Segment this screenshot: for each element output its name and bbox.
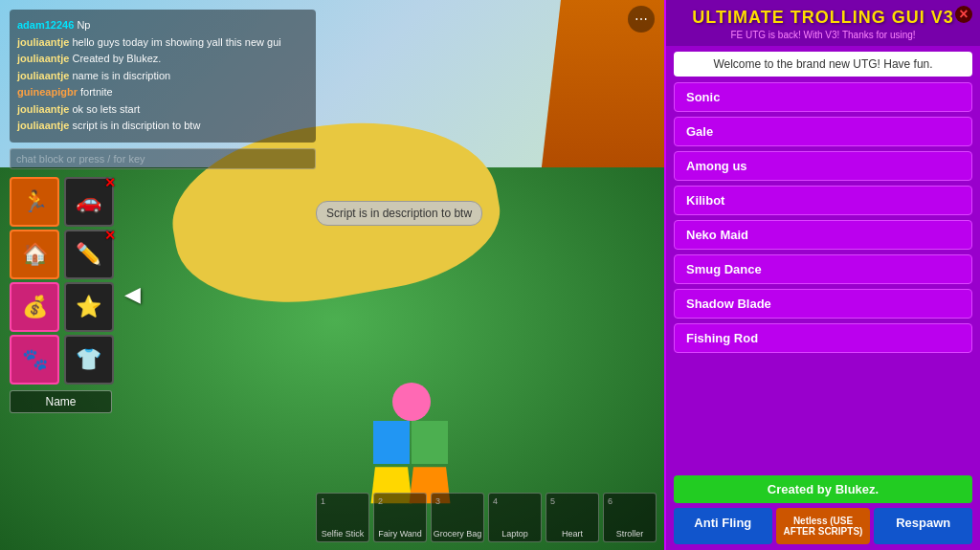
toolbar-btn-paw[interactable]: 🐾 xyxy=(10,335,59,385)
utg-item-neko-maid[interactable]: Neko Maid xyxy=(674,220,972,250)
chat-input-bar[interactable]: chat block or press / for key xyxy=(10,148,316,169)
chat-line: jouliaantje hello guys today im showing … xyxy=(17,34,308,51)
utg-item-fishing-rod[interactable]: Fishing Rod xyxy=(674,323,972,353)
netless-label: Netless (USE AFTER SCRIPTS) xyxy=(784,516,863,537)
chat-input-placeholder: chat block or press / for key xyxy=(16,153,145,165)
chat-username: jouliaantje xyxy=(17,53,69,64)
x-badge: ✕ xyxy=(104,228,116,243)
utg-welcome-text: Welcome to the brand new UTG! Have fun. xyxy=(674,52,972,77)
char-head xyxy=(392,383,431,421)
toolbar-btn-money[interactable]: 💰 xyxy=(10,282,59,332)
car-icon: 🚗 xyxy=(76,189,101,214)
options-icon: ⋯ xyxy=(635,11,648,27)
name-label: Name xyxy=(45,395,76,408)
hotbar-slot-1[interactable]: 1 Selfie Stick xyxy=(316,493,369,542)
respawn-label: Respawn xyxy=(896,516,950,530)
slot-label: Laptop xyxy=(501,529,528,539)
slot-number: 3 xyxy=(435,496,440,506)
name-box[interactable]: Name xyxy=(10,390,112,413)
hotbar-slot-5[interactable]: 5 Heart xyxy=(546,493,599,542)
close-icon: × xyxy=(959,6,968,23)
slot-number: 5 xyxy=(550,496,555,506)
slot-number: 2 xyxy=(378,496,383,506)
anti-fling-label: Anti Fling xyxy=(694,516,751,530)
toolbar-btn-home[interactable]: 🏠 xyxy=(10,230,59,279)
x-badge: ✕ xyxy=(104,175,116,190)
options-button[interactable]: ⋯ xyxy=(628,6,655,33)
anti-fling-button[interactable]: Anti Fling xyxy=(674,508,772,544)
utg-panel: × ULTIMATE TROLLING GUI V3 FE UTG is bac… xyxy=(664,0,980,550)
hotbar-slot-3[interactable]: 3 Grocery Bag xyxy=(431,493,484,542)
utg-item-shadow-blade[interactable]: Shadow Blade xyxy=(674,289,972,319)
utg-item-kilibot[interactable]: Kilibot xyxy=(674,186,972,215)
utg-item-smug-dance[interactable]: Smug Dance xyxy=(674,254,972,284)
run-icon: 🏃 xyxy=(22,189,48,214)
utg-item-sonic[interactable]: Sonic xyxy=(674,82,972,112)
arrow-indicator: ◀ xyxy=(124,282,141,307)
utg-bottom-buttons: Anti Fling Netless (USE AFTER SCRIPTS) R… xyxy=(674,508,972,544)
slot-number: 4 xyxy=(493,496,498,506)
respawn-button[interactable]: Respawn xyxy=(874,508,972,544)
chat-username: jouliaantje xyxy=(17,120,69,131)
hotbar: 1 Selfie Stick 2 Fairy Wand 3 Grocery Ba… xyxy=(316,493,660,542)
hotbar-slot-6[interactable]: 6 Stroller xyxy=(603,493,657,542)
star-icon: ⭐ xyxy=(76,295,101,319)
chat-line: jouliaantje script is in discription to … xyxy=(17,118,308,134)
chat-username: jouliaantje xyxy=(17,103,69,115)
netless-button[interactable]: Netless (USE AFTER SCRIPTS) xyxy=(776,508,871,544)
char-body-left xyxy=(373,421,410,464)
utg-footer: Created by Blukez. Anti Fling Netless (U… xyxy=(666,475,980,550)
hotbar-slot-4[interactable]: 4 Laptop xyxy=(488,493,542,542)
toolbar-btn-run[interactable]: 🏃 xyxy=(10,177,59,227)
slot-number: 1 xyxy=(321,496,325,506)
home-icon: 🏠 xyxy=(22,242,48,267)
chat-username: adam12246 xyxy=(17,19,74,31)
toolbar-grid: 🏃 🚗 ✕ 🏠 ✏️ ✕ 💰 ⭐ 🐾 👕 xyxy=(10,177,115,385)
utg-subtitle: FE UTG is back! With V3! Thanks for usin… xyxy=(676,30,970,40)
chat-log: adam12246 Np jouliaantje hello guys toda… xyxy=(10,10,316,143)
chat-line: guineapigbr fortnite xyxy=(17,84,308,100)
slot-label: Fairy Wand xyxy=(378,529,422,539)
chat-username: jouliaantje xyxy=(17,36,69,48)
utg-close-button[interactable]: × xyxy=(955,6,972,23)
shirt-icon: 👕 xyxy=(76,347,101,372)
utg-item-gale[interactable]: Gale xyxy=(674,117,972,146)
chat-line: jouliaantje Created by Blukez. xyxy=(17,51,308,67)
utg-credits: Created by Blukez. xyxy=(674,475,972,503)
slot-label: Heart xyxy=(562,529,583,539)
chat-username: guineapigbr xyxy=(17,86,78,98)
slot-label: Grocery Bag xyxy=(434,529,482,539)
speech-bubble: Script is in description to btw xyxy=(316,201,482,226)
speech-bubble-text: Script is in description to btw xyxy=(326,207,472,220)
toolbar-btn-star[interactable]: ⭐ xyxy=(64,282,114,332)
chat-username: jouliaantje xyxy=(17,70,69,81)
paw-icon: 🐾 xyxy=(22,347,48,372)
money-icon: 💰 xyxy=(22,295,48,319)
game-viewport: Script is in description to btw adam1224… xyxy=(0,0,980,550)
slot-label: Stroller xyxy=(616,529,644,539)
chat-line: adam12246 Np xyxy=(17,17,308,33)
chat-line: jouliaantje ok so lets start xyxy=(17,101,308,118)
chat-line: jouliaantje name is in discription xyxy=(17,68,308,84)
utg-header: × ULTIMATE TROLLING GUI V3 FE UTG is bac… xyxy=(666,0,980,46)
char-body-right xyxy=(412,421,448,464)
utg-item-list: Sonic Gale Among us Kilibot Neko Maid Sm… xyxy=(666,82,980,475)
toolbar-btn-shirt[interactable]: 👕 xyxy=(64,335,114,385)
hotbar-slot-2[interactable]: 2 Fairy Wand xyxy=(373,493,427,542)
left-toolbar: 🏃 🚗 ✕ 🏠 ✏️ ✕ 💰 ⭐ 🐾 👕 xyxy=(10,177,115,413)
utg-title: ULTIMATE TROLLING GUI V3 xyxy=(676,8,970,28)
toolbar-btn-car[interactable]: 🚗 ✕ xyxy=(64,177,114,227)
edit-icon: ✏️ xyxy=(76,242,101,267)
utg-item-among-us[interactable]: Among us xyxy=(674,151,972,181)
slot-label: Selfie Stick xyxy=(322,529,365,539)
slot-number: 6 xyxy=(608,496,612,506)
toolbar-btn-edit[interactable]: ✏️ ✕ xyxy=(64,230,114,279)
